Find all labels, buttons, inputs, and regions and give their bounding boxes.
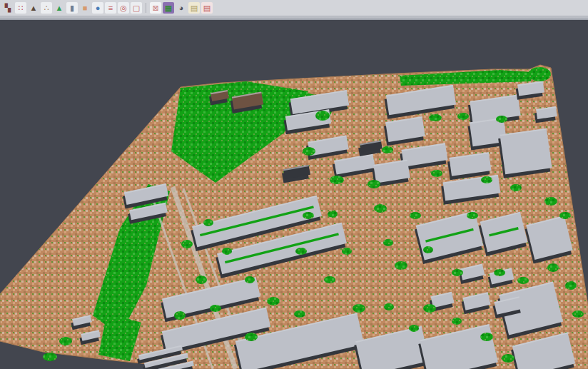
globe-icon[interactable]: ●	[92, 2, 103, 14]
green-terrain-icon[interactable]: ▲	[54, 2, 65, 14]
filter-disabled-icon[interactable]: ⊠	[150, 2, 161, 14]
column-view-icon[interactable]: ▮	[66, 2, 78, 14]
crop-box-icon[interactable]: ▢	[131, 2, 142, 14]
red-circle-icon[interactable]: ◎	[118, 2, 129, 14]
app-window: ▚∷▲∴▲▮■●≡◎▢⊠▦◕▤▤	[0, 0, 588, 369]
red-list-icon[interactable]: ≡	[105, 2, 116, 14]
histogram-icon[interactable]: ▤	[188, 2, 200, 14]
viewport-svg[interactable]	[0, 0, 588, 369]
sparse-points-icon[interactable]: ∴	[41, 2, 52, 14]
classification-colors-icon[interactable]: ▦	[163, 2, 174, 14]
toolbar-separator	[146, 3, 146, 13]
red-layers-icon[interactable]: ▤	[201, 2, 213, 14]
orange-plane-icon[interactable]: ■	[79, 2, 91, 14]
viewport-3d[interactable]	[0, 0, 588, 369]
dark-sphere-icon[interactable]: ◕	[176, 2, 187, 14]
dark-terrain-icon[interactable]: ▲	[28, 2, 39, 14]
point-pair-picker-icon[interactable]: ∷	[15, 2, 26, 14]
main-toolbar: ▚∷▲∴▲▮■●≡◎▢⊠▦◕▤▤	[0, 0, 588, 16]
point-cloud-icon[interactable]: ▚	[2, 2, 14, 14]
toolbar-divider	[0, 16, 588, 20]
